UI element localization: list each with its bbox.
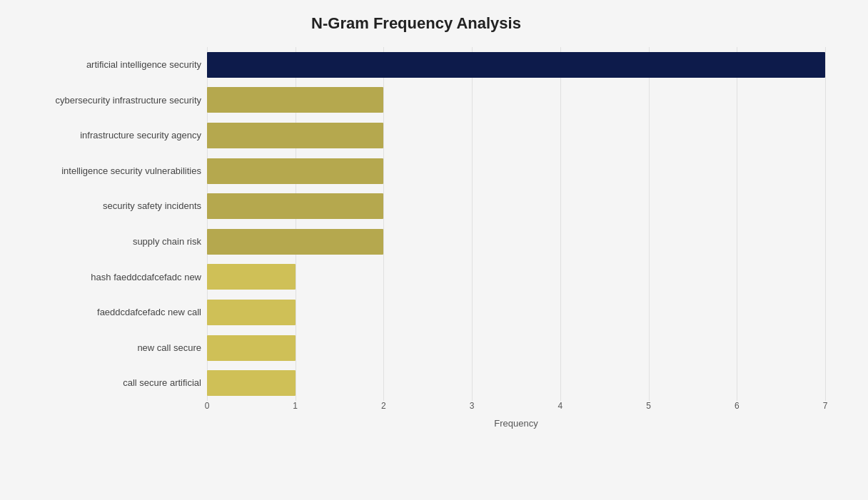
y-axis: artificial intelligence securitycybersec… — [7, 47, 207, 401]
bar — [207, 370, 296, 396]
plot-area — [207, 47, 825, 401]
bar-row — [207, 367, 825, 399]
bar — [207, 123, 383, 148]
bar — [207, 300, 296, 325]
y-axis-label: cybersecurity infrastructure security — [7, 83, 201, 118]
bar-row — [207, 261, 825, 292]
y-axis-label: security safety incidents — [7, 188, 201, 224]
y-axis-label: call secure artificial — [7, 365, 201, 401]
bar — [207, 158, 383, 184]
bar-row — [207, 84, 825, 116]
y-axis-label: faeddcdafcefadc new call — [7, 295, 201, 330]
x-tick-label: 1 — [293, 401, 298, 411]
bar-row — [207, 297, 825, 328]
bar — [207, 229, 383, 255]
grid-line — [825, 47, 826, 401]
y-axis-label: supply chain risk — [7, 224, 201, 260]
bar-row — [207, 155, 825, 187]
bar-row — [207, 190, 825, 222]
y-axis-label: intelligence security vulnerabilities — [7, 153, 201, 189]
x-tick-label: 4 — [558, 401, 563, 411]
bar — [207, 264, 296, 290]
chart-title: N-Gram Frequency Analysis — [7, 14, 825, 33]
x-axis-label: Frequency — [207, 418, 825, 429]
x-tick-label: 6 — [735, 401, 740, 411]
bar-row — [207, 226, 825, 257]
y-axis-label: infrastructure security agency — [7, 118, 201, 153]
bar — [207, 87, 383, 113]
y-axis-label: new call secure — [7, 330, 201, 366]
y-axis-label: artificial intelligence security — [7, 47, 201, 83]
bar-row — [207, 120, 825, 151]
chart-container: N-Gram Frequency Analysis artificial int… — [0, 0, 868, 500]
x-tick-label: 7 — [823, 401, 828, 411]
y-axis-label: hash faeddcdafcefadc new — [7, 260, 201, 295]
x-tick-label: 2 — [381, 401, 386, 411]
bar — [207, 52, 825, 78]
bar — [207, 335, 296, 361]
x-tick-label: 0 — [205, 401, 210, 411]
bar — [207, 193, 383, 219]
x-axis: 01234567 Frequency — [207, 401, 825, 437]
x-tick-label: 5 — [646, 401, 651, 411]
bar-row — [207, 332, 825, 364]
bar-row — [207, 49, 825, 81]
x-tick-label: 3 — [470, 401, 475, 411]
